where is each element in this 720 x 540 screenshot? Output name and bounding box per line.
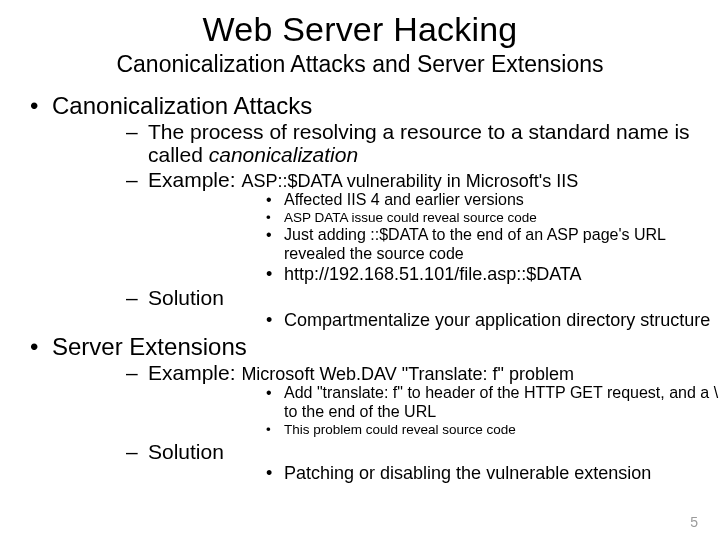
sublist: Patching or disabling the vulnerable ext…	[148, 463, 720, 484]
label: Example:	[148, 361, 241, 384]
bullet-example-asp: Example: ASP::$DATA vulnerability in Mic…	[52, 168, 720, 286]
sublist: Affected IIS 4 and earlier versions	[148, 191, 720, 210]
slide: Web Server Hacking Canonicalization Atta…	[0, 0, 720, 540]
sublist: Add "translate: f" to header of the HTTP…	[148, 384, 720, 422]
example-text: ASP::$DATA vulnerability in Microsoft's …	[241, 171, 578, 191]
bullet-reveal: This problem could reveal source code	[148, 422, 720, 438]
text: Solution	[148, 440, 224, 463]
bullet-patching: Patching or disabling the vulnerable ext…	[148, 463, 720, 484]
bullet-definition: The process of resolving a resource to a…	[52, 120, 720, 167]
sublist: Just adding ::$DATA to the end of an ASP…	[148, 226, 720, 264]
bullet-solution-a: Solution Compartmentalize your applicati…	[52, 286, 720, 331]
example-text: Microsoft Web.DAV "Translate: f" problem	[241, 364, 574, 384]
text: Canonicalization Attacks	[52, 92, 312, 119]
sublist: ASP DATA issue could reveal source code	[148, 210, 720, 226]
label: Example:	[148, 168, 241, 191]
slide-title: Web Server Hacking	[0, 10, 720, 49]
content-root: Canonicalization Attacks The process of …	[0, 92, 720, 484]
text: Server Extensions	[52, 333, 247, 360]
bullet-add-header: Add "translate: f" to header of the HTTP…	[148, 384, 720, 422]
sublist: Compartmentalize your application direct…	[148, 310, 720, 331]
italic-term: canonicalization	[209, 143, 358, 166]
sublist: http://192.168.51.101/file.asp::$DATA	[148, 264, 720, 285]
sublist: This problem could reveal source code	[148, 422, 720, 438]
bullet-server-extensions: Server Extensions Example: Microsoft Web…	[0, 333, 720, 484]
bullet-example-webdav: Example: Microsoft Web.DAV "Translate: f…	[52, 361, 720, 439]
sublist: The process of resolving a resource to a…	[52, 120, 720, 332]
slide-subtitle: Canonicalization Attacks and Server Exte…	[0, 51, 720, 78]
bullet-compartmentalize: Compartmentalize your application direct…	[148, 310, 720, 331]
bullet-solution-b: Solution Patching or disabling the vulne…	[52, 440, 720, 485]
bullet-affected: Affected IIS 4 and earlier versions	[148, 191, 720, 210]
bullet-issue: ASP DATA issue could reveal source code	[148, 210, 720, 226]
bullet-canonicalization: Canonicalization Attacks The process of …	[0, 92, 720, 331]
bullet-adding: Just adding ::$DATA to the end of an ASP…	[148, 226, 720, 264]
page-number: 5	[690, 514, 698, 530]
text: Solution	[148, 286, 224, 309]
bullet-url-example: http://192.168.51.101/file.asp::$DATA	[148, 264, 720, 285]
sublist: Example: Microsoft Web.DAV "Translate: f…	[52, 361, 720, 484]
